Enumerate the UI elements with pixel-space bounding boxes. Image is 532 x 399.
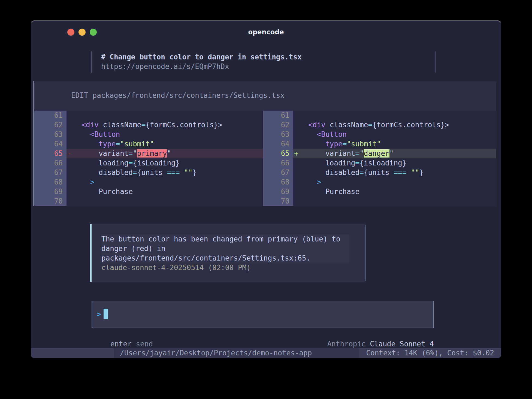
line-number: 63 (34, 130, 66, 139)
line-number: 70 (34, 197, 66, 206)
diff-line: 67 disabled={units === ""} (34, 168, 263, 177)
change-marker (293, 158, 300, 168)
change-marker (293, 177, 300, 187)
edit-header: EDITpackages/frontend/src/containers/Set… (34, 81, 496, 111)
message-line: packages/frontend/src/containers/Setting… (101, 253, 349, 263)
code-line: type="submit" (73, 139, 263, 149)
message-line: The button color has been changed from p… (101, 234, 349, 244)
change-marker (293, 187, 300, 197)
change-marker (66, 187, 73, 197)
diff-line: 62 <div className={formCs.controls}> (263, 120, 496, 130)
change-marker (66, 197, 73, 206)
code-line: > (73, 177, 263, 187)
change-marker (66, 139, 73, 149)
provider-name: Anthropic (327, 340, 370, 348)
desktop: { "window": { "title": "opencode" }, "co… (0, 0, 532, 399)
change-marker (293, 120, 300, 130)
status-bar: opencode v0.1.156 /Users/jayair/Desktop/… (31, 348, 501, 358)
change-marker (66, 130, 73, 139)
usage-segment: Context: 14K (6%), Cost: $0.02 (359, 348, 501, 358)
line-number: 70 (263, 197, 293, 206)
change-marker (66, 158, 73, 168)
code-line: loading={isLoading} (300, 158, 496, 168)
line-number: 68 (263, 177, 293, 187)
diff-line: 70 (34, 197, 263, 206)
diff-line: 66 loading={isLoading} (263, 158, 496, 168)
diff-line: 63 <Button (34, 130, 263, 139)
change-marker (66, 177, 73, 187)
opencode-window: opencode # Change button color to danger… (31, 20, 501, 358)
diff-line: 65+ variant="danger" (263, 149, 496, 158)
code-line: variant="danger" (300, 149, 496, 158)
working-directory: /Users/jayair/Desktop/Projects/demo-note… (120, 348, 312, 358)
code-line: disabled={units === ""} (300, 168, 496, 177)
code-line: <div className={formCs.controls}> (300, 120, 496, 130)
line-number: 63 (263, 130, 293, 139)
change-marker (66, 168, 73, 177)
line-number: 61 (263, 111, 293, 120)
line-number: 62 (263, 120, 293, 130)
diff-pane-right: 6162 <div className={formCs.controls}>63… (263, 111, 496, 206)
diff-line: 69 Purchase (34, 187, 263, 197)
change-marker (293, 197, 300, 206)
prompt-right-border (435, 51, 436, 73)
code-line (73, 197, 263, 206)
assistant-message: The button color has been changed from p… (90, 224, 365, 282)
diff-line: 68 > (34, 177, 263, 187)
code-line: <div className={formCs.controls}> (73, 120, 263, 130)
diff-view: 6162 <div className={formCs.controls}>63… (34, 111, 496, 206)
code-line (300, 197, 496, 206)
change-marker (293, 111, 300, 120)
code-line: > (300, 177, 496, 187)
change-marker (293, 168, 300, 177)
edit-file-path: packages/frontend/src/containers/Setting… (93, 91, 285, 99)
code-line: variant="primary" (73, 149, 263, 158)
change-marker: + (293, 149, 300, 158)
line-number: 62 (34, 120, 66, 130)
message-body: The button color has been changed from p… (101, 234, 349, 263)
diff-line: 68 > (263, 177, 496, 187)
diff-line: 61 (34, 111, 263, 120)
diff-line: 69 Purchase (263, 187, 496, 197)
hint-enter-key: enter (110, 340, 132, 348)
app-version-segment: opencode v0.1.156 (31, 348, 114, 358)
composer-input[interactable]: > (92, 301, 434, 328)
diff-line: 63 <Button (263, 130, 496, 139)
edit-panel: EDITpackages/frontend/src/containers/Set… (33, 81, 496, 206)
diff-line: 61 (263, 111, 496, 120)
window-title: opencode (31, 28, 501, 37)
hint-send-label: send (132, 340, 153, 348)
diff-line: 62 <div className={formCs.controls}> (34, 120, 263, 130)
change-marker (66, 120, 73, 130)
code-line: Purchase (73, 187, 263, 197)
prompt-left-border (91, 51, 92, 73)
code-line: loading={isLoading} (73, 158, 263, 168)
code-line (73, 111, 263, 120)
line-number: 67 (263, 168, 293, 177)
diff-line: 70 (263, 197, 496, 206)
message-model-meta: claude-sonnet-4-20250514 (02:00 PM) (101, 263, 365, 273)
diff-line: 64 type="submit" (263, 139, 496, 149)
code-line: <Button (73, 130, 263, 139)
line-number: 64 (263, 139, 293, 149)
diff-line: 64 type="submit" (34, 139, 263, 149)
line-number: 67 (34, 168, 66, 177)
line-number: 66 (263, 158, 293, 168)
code-line (300, 111, 496, 120)
diff-pane-left: 6162 <div className={formCs.controls}>63… (34, 111, 263, 206)
prompt-chevron: > (97, 310, 101, 318)
line-number: 69 (34, 187, 66, 197)
message-line: danger (red) in (101, 244, 349, 253)
code-line: Purchase (300, 187, 496, 197)
line-number: 65 (34, 149, 66, 158)
diff-line: 67 disabled={units === ""} (263, 168, 496, 177)
change-marker (293, 139, 300, 149)
share-url[interactable]: https://opencode.ai/s/EQmP7hDx (101, 62, 229, 71)
diff-line: 65- variant="primary" (34, 149, 263, 158)
prompt-title: # Change button color to danger in setti… (101, 52, 302, 62)
change-marker: - (66, 149, 73, 158)
line-number: 68 (34, 177, 66, 187)
line-number: 61 (34, 111, 66, 120)
line-number: 65 (263, 149, 293, 158)
diff-line: 66 loading={isLoading} (34, 158, 263, 168)
